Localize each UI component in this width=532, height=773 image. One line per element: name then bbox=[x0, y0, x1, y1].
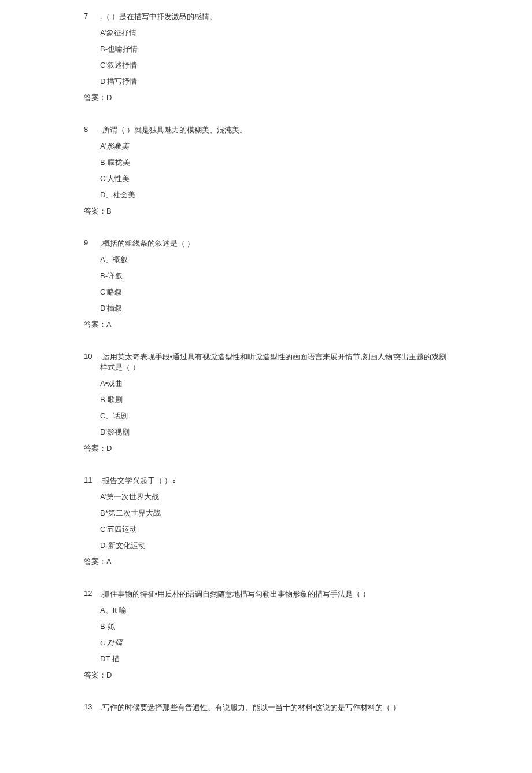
question-header: 10 .运用英太奇表现手段•通过具有视觉造型性和听觉造型性的画面语言来展开情节,… bbox=[84, 352, 448, 373]
answer-label: 答案：D bbox=[84, 443, 448, 454]
options-list: A'第一次世界大战 B*第二次世界大战 C'五四运动 D-新文化运动 bbox=[84, 492, 448, 551]
answer-label: 答案：A bbox=[84, 319, 448, 330]
options-list: A•戏曲 B-歌剧 C、话剧 D'影视剧 bbox=[84, 378, 448, 437]
option-d: D、社会美 bbox=[100, 190, 448, 200]
option-b: B-朦拢美 bbox=[100, 157, 448, 168]
question-stem: .写作的时候要选择那些有普遍性、有说服力、能以一当十的材料•这说的是写作材料的（… bbox=[100, 702, 448, 713]
question-10: 10 .运用英太奇表现手段•通过具有视觉造型性和听觉造型性的画面语言来展开情节,… bbox=[84, 352, 448, 454]
question-8: 8 .所谓（ ）就是独具魅力的模糊美、混沌美。 A'形象美 B-朦拢美 C'人性… bbox=[84, 125, 448, 216]
question-11: 11 .报告文学兴起于（ ）∘ A'第一次世界大战 B*第二次世界大战 C'五四… bbox=[84, 476, 448, 567]
question-stem: .抓住事物的特征•用质朴的语调自然随意地描写勾勒出事物形象的描写手法是（ ） bbox=[100, 589, 448, 599]
option-c: C、话剧 bbox=[100, 411, 448, 421]
options-list: A、概叙 B-详叙 C'略叙 D'插叙 bbox=[84, 255, 448, 314]
option-c: C 对偶 bbox=[100, 638, 448, 648]
answer-label: 答案：A bbox=[84, 557, 448, 567]
option-d: D'影视剧 bbox=[100, 427, 448, 437]
question-number: 9 bbox=[84, 238, 100, 247]
option-a: A•戏曲 bbox=[100, 378, 448, 389]
option-a: A'第一次世界大战 bbox=[100, 492, 448, 502]
option-a-text: 形象美 bbox=[106, 142, 129, 150]
question-9: 9 .概括的粗线条的叙述是（ ） A、概叙 B-详叙 C'略叙 D'插叙 答案：… bbox=[84, 238, 448, 330]
answer-label: 答案：B bbox=[84, 206, 448, 216]
option-b: B*第二次世界大战 bbox=[100, 508, 448, 518]
question-stem: .报告文学兴起于（ ）∘ bbox=[100, 476, 448, 486]
question-number: 12 bbox=[84, 589, 100, 598]
option-a: A'象征抒情 bbox=[100, 28, 448, 38]
option-b: B-姒 bbox=[100, 621, 448, 632]
question-header: 7 .（ ）是在描写中抒发激昂的感情。 bbox=[84, 12, 448, 22]
answer-label: 答案：D bbox=[84, 670, 448, 680]
answer-label: 答案：D bbox=[84, 93, 448, 103]
option-c: C'略叙 bbox=[100, 287, 448, 297]
option-a: A'形象美 bbox=[100, 141, 448, 152]
question-stem: .所谓（ ）就是独具魅力的模糊美、混沌美。 bbox=[100, 125, 448, 135]
question-header: 8 .所谓（ ）就是独具魅力的模糊美、混沌美。 bbox=[84, 125, 448, 135]
option-d: DT 描 bbox=[100, 654, 448, 664]
options-list: A、It 喻 B-姒 C 对偶 DT 描 bbox=[84, 605, 448, 664]
question-stem: .运用英太奇表现手段•通过具有视觉造型性和听觉造型性的画面语言来展开情节,刻画人… bbox=[100, 352, 448, 373]
option-c: C'叙述抒情 bbox=[100, 60, 448, 71]
question-header: 13 .写作的时候要选择那些有普遍性、有说服力、能以一当十的材料•这说的是写作材… bbox=[84, 702, 448, 713]
question-number: 10 bbox=[84, 352, 100, 360]
option-d: D'插叙 bbox=[100, 303, 448, 314]
question-header: 9 .概括的粗线条的叙述是（ ） bbox=[84, 238, 448, 249]
option-b: B-也喻抒情 bbox=[100, 44, 448, 54]
question-number: 13 bbox=[84, 702, 100, 711]
options-list: A'象征抒情 B-也喻抒情 C'叙述抒情 D'描写抒情 bbox=[84, 28, 448, 87]
question-7: 7 .（ ）是在描写中抒发激昂的感情。 A'象征抒情 B-也喻抒情 C'叙述抒情… bbox=[84, 12, 448, 103]
question-number: 8 bbox=[84, 125, 100, 134]
options-list: A'形象美 B-朦拢美 C'人性美 D、社会美 bbox=[84, 141, 448, 200]
option-c: C'人性美 bbox=[100, 174, 448, 184]
option-a-prefix: A' bbox=[100, 142, 106, 150]
question-stem: .概括的粗线条的叙述是（ ） bbox=[100, 238, 448, 249]
question-header: 12 .抓住事物的特征•用质朴的语调自然随意地描写勾勒出事物形象的描写手法是（ … bbox=[84, 589, 448, 599]
option-b: B-歌剧 bbox=[100, 395, 448, 405]
question-stem: .（ ）是在描写中抒发激昂的感情。 bbox=[100, 12, 448, 22]
option-d: D-新文化运动 bbox=[100, 540, 448, 551]
option-a: A、It 喻 bbox=[100, 605, 448, 616]
question-header: 11 .报告文学兴起于（ ）∘ bbox=[84, 476, 448, 486]
question-12: 12 .抓住事物的特征•用质朴的语调自然随意地描写勾勒出事物形象的描写手法是（ … bbox=[84, 589, 448, 680]
question-number: 11 bbox=[84, 476, 100, 484]
question-number: 7 bbox=[84, 12, 100, 20]
option-d: D'描写抒情 bbox=[100, 76, 448, 87]
option-c: C'五四运动 bbox=[100, 524, 448, 535]
question-13: 13 .写作的时候要选择那些有普遍性、有说服力、能以一当十的材料•这说的是写作材… bbox=[84, 702, 448, 713]
option-b: B-详叙 bbox=[100, 271, 448, 281]
option-a: A、概叙 bbox=[100, 255, 448, 265]
